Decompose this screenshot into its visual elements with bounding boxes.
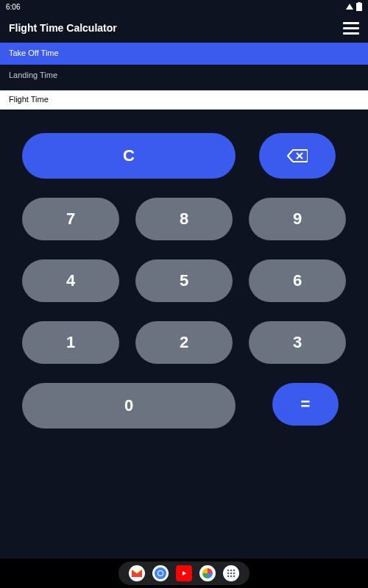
key-6[interactable]: 6 bbox=[249, 259, 346, 302]
menu-icon[interactable] bbox=[343, 22, 359, 35]
backspace-icon bbox=[287, 148, 308, 163]
battery-icon bbox=[356, 2, 362, 11]
nav-pill[interactable] bbox=[118, 562, 250, 585]
key-5[interactable]: 5 bbox=[135, 259, 233, 302]
photos-icon[interactable] bbox=[199, 565, 216, 581]
flight-field: Flight Time bbox=[0, 90, 368, 110]
svg-rect-0 bbox=[356, 3, 362, 11]
key-3[interactable]: 3 bbox=[249, 321, 346, 364]
clear-button[interactable]: C bbox=[22, 133, 236, 179]
gmail-icon[interactable] bbox=[129, 565, 145, 581]
svg-point-13 bbox=[233, 576, 236, 578]
takeoff-label: Take Off Time bbox=[9, 49, 59, 57]
landing-field[interactable]: Landing Time bbox=[0, 65, 368, 90]
svg-point-6 bbox=[230, 570, 233, 572]
svg-point-12 bbox=[230, 576, 233, 578]
svg-point-5 bbox=[227, 570, 230, 572]
system-nav-bar bbox=[0, 559, 368, 588]
svg-point-7 bbox=[233, 570, 236, 572]
status-right bbox=[345, 2, 362, 11]
status-bar: 6:06 bbox=[0, 0, 368, 13]
key-9[interactable]: 9 bbox=[249, 198, 346, 240]
keypad: C 7 8 9 4 5 6 1 2 3 0 = bbox=[0, 110, 368, 559]
clear-label: C bbox=[123, 146, 135, 165]
equals-button[interactable]: = bbox=[272, 383, 339, 426]
youtube-icon[interactable] bbox=[176, 565, 192, 581]
status-time: 6:06 bbox=[6, 3, 20, 11]
flight-label: Flight Time bbox=[9, 95, 49, 104]
key-0[interactable]: 0 bbox=[22, 383, 236, 429]
key-2[interactable]: 2 bbox=[135, 321, 233, 364]
svg-rect-1 bbox=[358, 2, 361, 4]
apps-icon[interactable] bbox=[223, 565, 239, 581]
svg-point-11 bbox=[227, 576, 230, 578]
landing-label: Landing Time bbox=[9, 71, 57, 79]
chrome-icon[interactable] bbox=[152, 565, 169, 581]
svg-point-9 bbox=[230, 573, 233, 575]
wifi-icon bbox=[345, 3, 354, 10]
app-header: Flight Time Calculator bbox=[0, 13, 368, 43]
svg-point-8 bbox=[227, 573, 230, 575]
backspace-button[interactable] bbox=[259, 133, 336, 179]
key-8[interactable]: 8 bbox=[135, 198, 233, 240]
key-4[interactable]: 4 bbox=[22, 259, 119, 302]
app-title: Flight Time Calculator bbox=[9, 22, 117, 34]
svg-point-10 bbox=[233, 573, 236, 575]
key-7[interactable]: 7 bbox=[22, 198, 119, 240]
takeoff-field[interactable]: Take Off Time bbox=[0, 43, 368, 65]
key-1[interactable]: 1 bbox=[22, 321, 119, 364]
svg-point-4 bbox=[158, 571, 163, 576]
